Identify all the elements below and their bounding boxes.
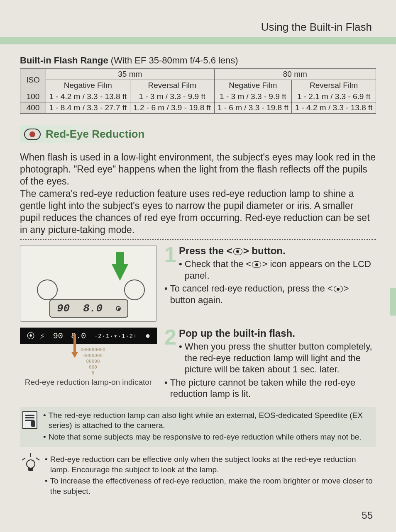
vf-shutter: 90 [53, 331, 63, 341]
cell: 1 - 4.2 m / 3.3 - 13.8 ft [292, 102, 376, 114]
header-accent-bar [0, 37, 396, 44]
tip-bulb-icon [22, 455, 39, 474]
note-1a: •The red-eye reduction lamp can also lig… [43, 411, 374, 431]
cell: 1 - 8.4 m / 3.3 - 27.7 ft [46, 102, 130, 114]
lcd-panel: 90 8.0 [49, 299, 128, 318]
camera-back-diagram: 90 8.0 [20, 245, 157, 322]
cell: 1 - 6 m / 3.3 - 19.8 ft [214, 102, 292, 114]
lcd-shutter: 90 [57, 302, 70, 315]
indicator-caption: Red-eye reduction lamp-on indicator [20, 378, 157, 387]
step-2-bullet-2: •The picture cannot be taken while the r… [164, 377, 376, 400]
note-box-2: •Red-eye reduction can be effective only… [20, 451, 376, 501]
col-80mm: 80 mm [214, 69, 376, 80]
note-box-1: •The red-eye reduction lamp can also lig… [20, 407, 376, 447]
section-heading: Red-Eye Reduction [20, 125, 198, 143]
t: > button. [243, 245, 286, 256]
flash-range-table: ISO 35 mm 80 mm Negative Film Reversal F… [20, 68, 376, 114]
step-1-title: Press the <> button. [164, 245, 376, 257]
red-eye-button-icon [334, 286, 343, 292]
note-document-icon [22, 411, 37, 429]
t: To cancel red-eye reduction, press the < [170, 283, 333, 294]
red-eye-indicator-icon [116, 306, 121, 311]
cell: 1 - 3 m / 3.3 - 9.9 ft [130, 91, 214, 102]
intro-paragraph-2: The camera's red-eye reduction feature u… [20, 188, 376, 236]
step-1-bullet-1: • Check that the <> icon appears on the … [179, 258, 376, 281]
t: Press the < [179, 245, 232, 256]
t: Check that the < [185, 259, 252, 269]
step-1: 90 8.0 1 Press the <> button. • Check th… [20, 245, 376, 322]
step-2: ⦿ ⚡ 90 8.0 -2·1·▾·1·2+ ● 000000000000000… [20, 328, 376, 401]
t: To increase the effectiveness of red-eye… [50, 476, 374, 496]
col-35mm: 35 mm [46, 69, 215, 80]
t: When you press the shutter button comple… [185, 341, 376, 375]
t: The red-eye reduction lamp can also ligh… [49, 411, 374, 431]
step-number: 1 [164, 245, 176, 265]
lcd-aperture: 8.0 [83, 302, 103, 315]
t: The picture cannot be taken while the re… [170, 377, 376, 400]
intro-paragraph-1: When flash is used in a low-light enviro… [20, 151, 376, 187]
note-2b: •To increase the effectiveness of red-ey… [45, 476, 374, 496]
step-2-bullet-1: •When you press the shutter button compl… [179, 341, 376, 375]
step-2-title: Pop up the built-in flash. [164, 328, 376, 339]
cell: 1.2 - 6 m / 3.9 - 19.8 ft [130, 102, 214, 114]
title-bold: Built-in Flash Range [20, 55, 108, 66]
cell: 1 - 3 m / 3.3 - 9.9 ft [214, 91, 292, 102]
vf-focus-dot-icon: ● [145, 331, 150, 341]
table-row: 100 1 - 4.2 m / 3.3 - 13.8 ft 1 - 3 m / … [20, 91, 376, 102]
countdown-bars-icon: 0000000000000000000000000 [81, 347, 105, 375]
col-80-neg: Negative Film [214, 80, 292, 91]
section-tab [390, 288, 396, 316]
note-2a: •Red-eye reduction can be effective only… [45, 454, 374, 475]
t: Note that some subjects may be responsiv… [49, 432, 362, 442]
note-1b: •Note that some subjects may be responsi… [43, 432, 374, 442]
col-35-rev: Reversal Film [130, 80, 214, 91]
cell: 1 - 4.2 m / 3.3 - 13.8 ft [46, 91, 130, 102]
page-number: 55 [362, 510, 373, 521]
cell-iso: 100 [20, 91, 46, 102]
arrow-down-icon [71, 352, 78, 358]
step-1-bullet-2: • To cancel red-eye reduction, press the… [164, 283, 376, 306]
section-heading-text: Red-Eye Reduction [46, 128, 144, 141]
cell-iso: 400 [20, 102, 46, 114]
viewfinder-strip: ⦿ ⚡ 90 8.0 -2·1·▾·1·2+ ● [20, 328, 157, 344]
title-light: (With EF 35-80mm f/4-5.6 lens) [108, 55, 238, 66]
vf-ev-scale: -2·1·▾·1·2+ [94, 333, 137, 340]
dial-icon [124, 279, 145, 300]
lamp-indicator-diagram: 0000000000000000000000000 Red-eye reduct… [20, 347, 157, 387]
page-header: Using the Built-in Flash [20, 21, 376, 34]
vf-flash-icon: ⦿ ⚡ [27, 331, 45, 341]
t: Red-eye reduction can be effective only … [50, 454, 374, 475]
col-35-neg: Negative Film [46, 80, 130, 91]
step-number: 2 [164, 328, 176, 347]
red-eye-icon [24, 129, 41, 140]
col-80-rev: Reversal Film [292, 80, 376, 91]
cell: 1 - 2.1 m / 3.3 - 6.9 ft [292, 91, 376, 102]
divider [20, 239, 376, 240]
dial-icon [37, 279, 58, 300]
col-iso: ISO [20, 69, 46, 91]
red-eye-button-icon [233, 248, 242, 255]
arrow-down-icon [112, 264, 128, 281]
table-row: 400 1 - 8.4 m / 3.3 - 27.7 ft 1.2 - 6 m … [20, 102, 376, 114]
flash-range-title: Built-in Flash Range (With EF 35-80mm f/… [20, 55, 376, 66]
red-eye-button-icon [252, 261, 261, 268]
